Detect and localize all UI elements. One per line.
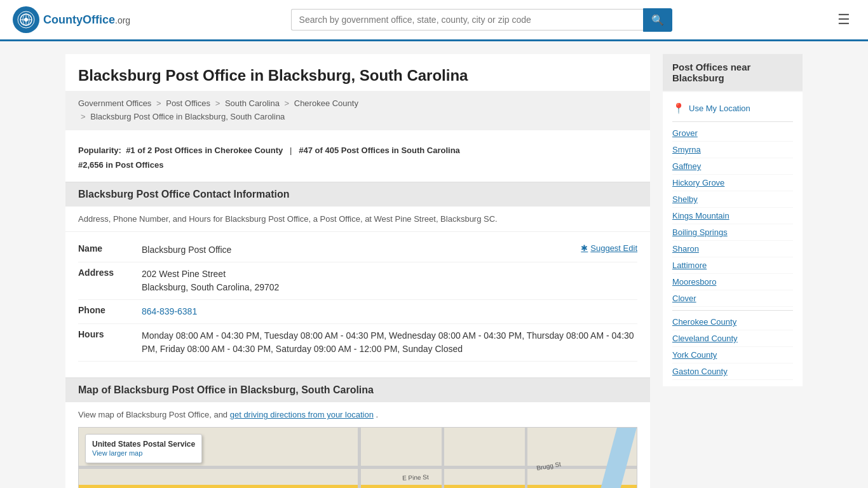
contact-section-header: Blacksburg Post Office Contact Informati… [65,182,650,207]
info-table: Name Blacksburg Post Office ✱ Suggest Ed… [65,232,650,368]
sidebar-link-hickory-grove[interactable]: Hickory Grove [672,175,793,191]
sidebar-link-lattimore[interactable]: Lattimore [672,257,793,274]
name-row: Name Blacksburg Post Office ✱ Suggest Ed… [78,238,637,262]
view-larger-map-link[interactable]: View larger map [92,449,142,457]
sidebar-link-smyrna[interactable]: Smyrna [672,142,793,158]
breadcrumb-item-2[interactable]: Post Offices [166,98,210,108]
sidebar-content: 📍 Use My Location Grover Smyrna Gaffney … [663,92,803,386]
search-icon: 🔍 [651,15,664,25]
phone-link[interactable]: 864-839-6381 [142,306,197,316]
sidebar-link-mooresboro[interactable]: Mooresboro [672,274,793,290]
sidebar-header: Post Offices near Blacksburg [663,54,803,91]
sidebar-link-grover[interactable]: Grover [672,125,793,142]
map-container[interactable]: E Pine St Brugg St United States Postal … [78,427,637,488]
breadcrumb-item-4[interactable]: Cherokee County [294,98,358,108]
address-label: Address [78,268,142,278]
suggest-edit-button[interactable]: ✱ Suggest Edit [581,243,637,253]
road-gray-v-2 [442,428,444,488]
hamburger-icon: ☰ [837,11,850,27]
logo-icon [13,6,39,33]
address-value: 202 West Pine Street Blacksburg, South C… [142,268,637,294]
sidebar-link-cleveland-county[interactable]: Cleveland County [672,330,793,347]
phone-value: 864-839-6381 [142,305,637,318]
contact-description: Address, Phone Number, and Hours for Bla… [65,207,650,232]
sidebar-divider-2 [672,310,793,311]
sidebar-link-sharon[interactable]: Sharon [672,241,793,257]
menu-button[interactable]: ☰ [832,9,855,30]
road-label-brugg: Brugg St [536,461,561,472]
phone-row: Phone 864-839-6381 [78,300,637,324]
popularity-section: Popularity: #1 of 2 Post Offices in Cher… [65,137,650,182]
search-area: 🔍 [291,8,672,32]
hours-row: Hours Monday 08:00 AM - 04:30 PM, Tuesda… [78,324,637,362]
hours-value: Monday 08:00 AM - 04:30 PM, Tuesday 08:0… [142,329,637,356]
name-label: Name [78,243,142,254]
map-section-header: Map of Blacksburg Post Office in Blacksb… [65,377,650,402]
suggest-edit-icon: ✱ [581,243,588,253]
phone-label: Phone [78,305,142,315]
sidebar: Post Offices near Blacksburg 📍 Use My Lo… [663,54,803,488]
road-label-pine: E Pine St [402,474,429,482]
search-button[interactable]: 🔍 [643,8,672,32]
use-my-location-link[interactable]: 📍 Use My Location [672,98,793,118]
map-popup: United States Postal Service View larger… [85,434,202,463]
location-pin-icon: 📍 [672,102,685,114]
sidebar-link-gaston-county[interactable]: Gaston County [672,363,793,380]
breadcrumb-item-3[interactable]: South Carolina [225,98,280,108]
road-gray-v-1 [358,428,361,488]
header: CountyOffice.org 🔍 ☰ [0,0,868,41]
content-area: Blacksburg Post Office in Blacksburg, So… [65,54,650,488]
address-row: Address 202 West Pine Street Blacksburg,… [78,262,637,300]
breadcrumb-item-5[interactable]: Blacksburg Post Office in Blacksburg, So… [90,112,285,121]
rank3: #2,656 in Post Offices [78,160,163,170]
logo: CountyOffice.org [13,6,130,33]
sidebar-link-cherokee-county[interactable]: Cherokee County [672,314,793,330]
sidebar-link-shelby[interactable]: Shelby [672,191,793,208]
sidebar-divider [672,121,793,122]
driving-directions-link[interactable]: get driving directions from your locatio… [230,410,374,419]
rank1: #1 of 2 Post Offices in Cherokee County [126,146,283,155]
map-river [585,427,637,488]
sidebar-link-clover[interactable]: Clover [672,290,793,307]
rank2: #47 of 405 Post Offices in South Carolin… [299,146,460,155]
main-container: Blacksburg Post Office in Blacksburg, So… [53,41,815,488]
search-input[interactable] [291,9,643,30]
sidebar-link-kings-mountain[interactable]: Kings Mountain [672,208,793,224]
map-description: View map of Blacksburg Post Office, and … [65,402,650,427]
map-section: Map of Blacksburg Post Office in Blacksb… [65,377,650,488]
name-value: Blacksburg Post Office [142,243,581,257]
hours-label: Hours [78,329,142,339]
sidebar-link-boiling-springs[interactable]: Boiling Springs [672,224,793,241]
page-title: Blacksburg Post Office in Blacksburg, So… [65,54,650,91]
sidebar-link-york-county[interactable]: York County [672,347,793,363]
breadcrumb: Government Offices > Post Offices > Sout… [65,91,650,130]
logo-text: CountyOffice.org [43,13,130,27]
main-content-box: Government Offices > Post Offices > Sout… [65,91,650,488]
breadcrumb-item-1[interactable]: Government Offices [78,98,151,108]
svg-point-5 [24,18,28,22]
map-popup-title: United States Postal Service [92,440,195,449]
sidebar-link-gaffney[interactable]: Gaffney [672,158,793,175]
road-gray-v-3 [525,428,527,488]
